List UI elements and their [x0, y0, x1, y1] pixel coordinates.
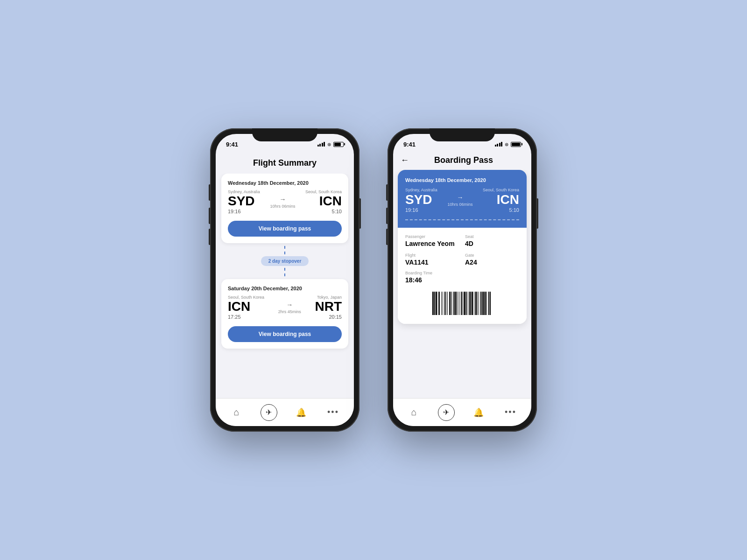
boarding-pass-container: Wednesday 18th December, 2020 Sydney, Au… [393, 170, 531, 398]
screen-content-2: ← Boarding Pass Wednesday 18th December,… [393, 151, 531, 426]
screen-content-1: Flight Summary Wednesday 18th December, … [216, 151, 354, 426]
bp-boarding-time-value: 18:46 [405, 276, 519, 284]
view-boarding-pass-btn-1[interactable]: View boarding pass [228, 221, 342, 237]
boarding-header: ← Boarding Pass [393, 151, 531, 170]
route-row-1: Sydney, Australia SYD 19:16 → 10hrs 06mi… [228, 189, 342, 214]
boarding-page-title: Boarding Pass [415, 155, 513, 165]
notch-1 [252, 128, 317, 141]
route-origin-1: Sydney, Australia SYD 19:16 [228, 189, 260, 214]
page-title-1: Flight Summary [216, 151, 354, 174]
route-dest-2: Tokyo, Japan NRT 20:15 [315, 295, 342, 320]
nav-bell-1[interactable]: 🔔 [292, 403, 310, 422]
bp-passenger-value: Lawrence Yeom [405, 240, 459, 247]
dotted-line-top [284, 246, 285, 254]
bp-origin: Sydney, Australia SYD 19:16 [405, 188, 437, 213]
home-icon-1: ⌂ [233, 407, 239, 418]
battery-icon-1 [333, 142, 344, 147]
stopover-connector: 2 day stopover [221, 243, 348, 279]
bp-middle: → 10hrs 06mins [447, 194, 472, 207]
bp-dest-city: Seoul, South Korea [483, 188, 519, 192]
bp-arrow: → [457, 194, 463, 201]
bp-gate-value: A24 [465, 259, 519, 266]
dest-code-1: ICN [319, 195, 342, 208]
dest-time-2: 20:15 [329, 314, 342, 320]
bp-seat-label: Seat [465, 234, 519, 239]
nav-more-1[interactable]: ••• [324, 403, 343, 422]
notch-2 [430, 128, 495, 141]
bell-icon-1: 🔔 [296, 407, 306, 418]
bp-route-row: Sydney, Australia SYD 19:16 → 10hrs 06mi… [405, 188, 519, 213]
arrow-1: → [279, 196, 286, 203]
bp-dest: Seoul, South Korea ICN 5:10 [483, 188, 519, 213]
bp-origin-city: Sydney, Australia [405, 188, 437, 192]
duration-2: 2hrs 45mins [278, 309, 301, 314]
nav-home-2[interactable]: ⌂ [405, 403, 423, 422]
ticket-separator [405, 219, 519, 220]
origin-time-2: 17:25 [228, 314, 264, 320]
screen-2: 9:41 ⊛ ← Boarding Pass [393, 134, 531, 426]
flights-container: Wednesday 18th December, 2020 Sydney, Au… [216, 174, 354, 398]
route-origin-2: Seoul, South Korea ICN 17:25 [228, 295, 264, 320]
plane-circle-2: ✈ [438, 404, 455, 421]
nav-plane-2[interactable]: ✈ [437, 403, 456, 422]
stopover-badge: 2 day stopover [261, 256, 309, 266]
bp-dest-code: ICN [497, 193, 519, 206]
boarding-top-section: Wednesday 18th December, 2020 Sydney, Au… [398, 170, 527, 228]
bp-seat-value: 4D [465, 240, 519, 247]
back-button[interactable]: ← [401, 155, 409, 165]
view-boarding-pass-btn-2[interactable]: View boarding pass [228, 326, 342, 342]
phone-2: 9:41 ⊛ ← Boarding Pass [388, 128, 537, 432]
flight-card-1: Wednesday 18th December, 2020 Sydney, Au… [221, 174, 348, 243]
origin-time-1: 19:16 [228, 209, 260, 214]
bp-passenger-label: Passenger [405, 234, 459, 239]
barcode [432, 292, 492, 315]
phone-1: 9:41 ⊛ Flight Summary Wednesday 18th Dec… [210, 128, 359, 432]
bp-flight-label: Flight [405, 253, 459, 258]
bp-dest-time: 5:10 [509, 207, 519, 213]
bp-flight-value: VA1141 [405, 259, 459, 266]
nav-bell-2[interactable]: 🔔 [469, 403, 488, 422]
battery-icon-2 [511, 142, 521, 147]
dots-icon-1: ••• [327, 407, 339, 417]
bp-gate-label: Gate [465, 253, 519, 258]
wifi-icon-1: ⊛ [327, 142, 331, 147]
screen-1: 9:41 ⊛ Flight Summary Wednesday 18th Dec… [216, 134, 354, 426]
bp-origin-code: SYD [405, 193, 437, 206]
bp-info-grid: Passenger Lawrence Yeom Seat 4D Flight V… [405, 234, 519, 266]
route-row-2: Seoul, South Korea ICN 17:25 → 2hrs 45mi… [228, 295, 342, 320]
nav-home-1[interactable]: ⌂ [227, 403, 246, 422]
arrow-2: → [286, 301, 293, 308]
barcode-container [405, 289, 519, 317]
bp-date: Wednesday 18th December, 2020 [405, 177, 519, 183]
flight-date-1: Wednesday 18th December, 2020 [228, 180, 342, 186]
dots-icon-2: ••• [505, 407, 516, 417]
bp-origin-time: 19:16 [405, 207, 437, 213]
bp-boarding-time-label: Boarding Time [405, 271, 519, 275]
route-middle-2: → 2hrs 45mins [278, 301, 301, 314]
status-icons-2: ⊛ [495, 142, 521, 147]
home-icon-2: ⌂ [411, 407, 416, 418]
status-time-2: 9:41 [403, 141, 416, 148]
plane-circle-1: ✈ [261, 404, 277, 421]
boarding-card: Wednesday 18th December, 2020 Sydney, Au… [398, 170, 527, 324]
route-dest-1: Seoul, South Korea ICN 5:10 [305, 189, 342, 214]
flight-date-2: Saturday 20th December, 2020 [228, 286, 342, 291]
flight-card-2: Saturday 20th December, 2020 Seoul, Sout… [221, 279, 348, 349]
origin-code-1: SYD [228, 195, 260, 208]
bp-boarding-time-item: Boarding Time 18:46 [405, 271, 519, 284]
boarding-bottom-section: Passenger Lawrence Yeom Seat 4D Flight V… [398, 228, 527, 324]
status-icons-1: ⊛ [317, 142, 344, 147]
nav-more-2[interactable]: ••• [501, 403, 520, 422]
duration-1: 10hrs 06mins [270, 204, 295, 209]
origin-code-2: ICN [228, 300, 264, 313]
status-time-1: 9:41 [226, 141, 238, 148]
signal-icon-1 [317, 142, 325, 147]
dest-code-2: NRT [315, 300, 342, 313]
dotted-line-bottom [284, 268, 285, 276]
bp-passenger-item: Passenger Lawrence Yeom [405, 234, 459, 247]
bottom-nav-1: ⌂ ✈ 🔔 ••• [216, 398, 354, 426]
dest-time-1: 5:10 [332, 209, 342, 214]
route-middle-1: → 10hrs 06mins [270, 196, 295, 209]
nav-plane-1[interactable]: ✈ [260, 403, 278, 422]
wifi-icon-2: ⊛ [505, 142, 508, 147]
